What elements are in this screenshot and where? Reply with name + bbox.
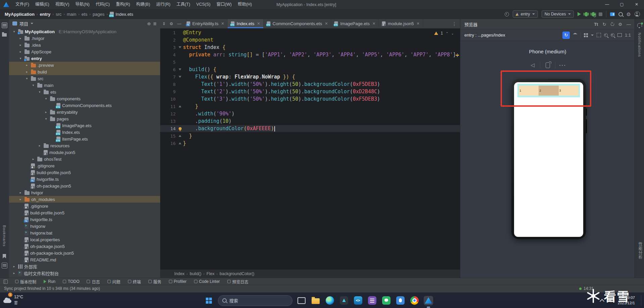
code-line-15[interactable]: 15 }: [160, 132, 460, 140]
tab-settings-gear-icon[interactable]: ⚙: [170, 21, 173, 26]
code-line-13[interactable]: 13 .padding(10): [160, 117, 460, 125]
more-tabs-icon[interactable]: ⋮: [449, 21, 460, 27]
taskbar-app-reader[interactable]: [367, 296, 377, 305]
settings-gear-icon[interactable]: ⚙: [627, 12, 631, 17]
tree-item-ItemPage.ets[interactable]: ETSItemPage.ets: [9, 136, 160, 142]
more-options-icon[interactable]: ···: [555, 62, 570, 68]
tree-item--[interactable]: ▸外部库: [9, 263, 160, 270]
tree-item-AppScope[interactable]: ▸AppScope: [9, 48, 160, 55]
tree-item-build-profile.json5[interactable]: @build-profile.json5: [9, 209, 160, 216]
tree-item-CommonComponents.ets[interactable]: ETSCommonComponents.ets: [9, 102, 160, 109]
inspection-widget[interactable]: 1 ⌃ ⌄: [434, 31, 454, 36]
tree-item-oh-package.json5[interactable]: @oh-package.json5: [9, 243, 160, 250]
chevron-expanded-icon[interactable]: ▾: [18, 57, 23, 60]
taskbar-search[interactable]: 搜索: [218, 295, 292, 306]
chevron-expanded-icon[interactable]: ▾: [12, 30, 16, 33]
tree-item-.gitignore[interactable]: ⊘.gitignore: [9, 162, 160, 169]
tree-item-oh_modules[interactable]: ▸oh_modules: [9, 196, 160, 203]
bookmark-icon[interactable]: [3, 254, 6, 258]
intention-bulb-icon[interactable]: [179, 127, 182, 130]
breadcrumb-item[interactable]: pages: [93, 12, 104, 17]
tool-window-button-problem[interactable]: 问题: [107, 279, 121, 285]
fit-screen-icon[interactable]: [617, 33, 622, 37]
chevron-expanded-icon[interactable]: ▾: [37, 90, 42, 94]
collapse-all-icon[interactable]: ≣: [153, 21, 157, 26]
chevron-collapsed-icon[interactable]: ▸: [31, 157, 36, 161]
chevron-collapsed-icon[interactable]: ▸: [18, 198, 23, 201]
chevron-collapsed-icon[interactable]: ▸: [18, 191, 23, 194]
taskbar-app-chrome[interactable]: [410, 296, 419, 305]
code-line-1[interactable]: 1@Entry: [160, 29, 460, 36]
chevron-expanded-icon[interactable]: ▾: [25, 77, 29, 80]
code-line-5[interactable]: 5: [160, 58, 460, 66]
tab-module.json5[interactable]: @module.json5✕: [379, 19, 423, 28]
tab-CommonComponents.ets[interactable]: ETSCommonComponents.ets✕: [264, 19, 331, 28]
close-icon[interactable]: ✕: [325, 21, 328, 26]
close-button[interactable]: ✕: [629, 0, 644, 9]
taskbar-app-explorer[interactable]: [311, 296, 320, 305]
chevron-collapsed-icon[interactable]: ▸: [18, 50, 23, 53]
tree-item-local.properties[interactable]: @local.properties: [9, 236, 160, 243]
tool-window-button-todo[interactable]: TODO: [63, 279, 79, 285]
tool-window-button-log[interactable]: 日志: [87, 279, 100, 285]
folder-tool-icon[interactable]: [2, 33, 7, 37]
tree-item-ohosTest[interactable]: ▸ohosTest: [9, 156, 160, 162]
taskbar-app-green-app[interactable]: [381, 296, 391, 305]
line-number[interactable]: 15: [160, 134, 177, 139]
chevron-collapsed-icon[interactable]: ▸: [25, 63, 29, 67]
breadcrumb-item[interactable]: ETSIndex.ets: [110, 12, 133, 17]
chevron-down-icon[interactable]: [591, 35, 594, 36]
chevron-expanded-icon[interactable]: ▾: [44, 97, 48, 100]
tree-item-pages[interactable]: ▾pages: [9, 115, 160, 122]
debug-restart-button[interactable]: [592, 12, 595, 16]
bookmarks-tool-button[interactable]: Bookmarks: [2, 225, 6, 247]
editor-breadcrumb-item[interactable]: build(): [190, 271, 201, 276]
tree-item-Index.ets[interactable]: ETSIndex.ets: [9, 129, 160, 136]
hide-panel-icon[interactable]: —: [627, 22, 631, 27]
code-line-8[interactable]: 8 Text('1').width('50%').height(50).back…: [160, 81, 460, 88]
chevron-expanded-icon[interactable]: ▾: [31, 84, 36, 87]
tree-item-components[interactable]: ▾components: [9, 95, 160, 102]
tool-window-button-terminal[interactable]: 终端: [128, 279, 141, 285]
tree-item-resources[interactable]: ▸resources: [9, 142, 160, 149]
tree-item-oh-package-lock.json5[interactable]: @oh-package-lock.json5: [9, 250, 160, 256]
locate-file-icon[interactable]: ⊕: [147, 21, 151, 26]
taskbar-app-dark-app[interactable]: [339, 296, 349, 305]
tree-item-src[interactable]: ▾src: [9, 75, 160, 82]
tree-item-ets[interactable]: ▾ets: [9, 89, 160, 95]
run-config-select[interactable]: entry: [513, 10, 538, 18]
chevron-collapsed-icon[interactable]: ▸: [12, 271, 16, 275]
fold-marker-icon[interactable]: [179, 135, 181, 137]
line-number[interactable]: 2: [160, 38, 177, 43]
menu-item[interactable]: 构建(B): [133, 0, 153, 9]
menu-item[interactable]: 导航(N): [72, 0, 92, 9]
menu-item[interactable]: 编辑(E): [32, 0, 52, 9]
chevron-collapsed-icon[interactable]: ▸: [37, 144, 42, 147]
tree-item-README.md[interactable]: MREADME.md: [9, 256, 160, 263]
back-icon[interactable]: ◁: [525, 62, 540, 68]
menu-item[interactable]: 运行(R): [153, 0, 173, 9]
project-panel-title[interactable]: 项目: [19, 20, 28, 27]
tree-item-.hvigor[interactable]: ▸.hvigor: [9, 35, 160, 42]
split-arrows-icon[interactable]: ⇕: [162, 21, 166, 26]
tool-window-switcher-icon[interactable]: [3, 279, 8, 284]
editor-breadcrumb-item[interactable]: backgroundColor(): [220, 271, 255, 276]
tree-item-build-profile.json5[interactable]: @build-profile.json5: [9, 169, 160, 176]
previewer-settings-gear-icon[interactable]: ⚙: [618, 22, 622, 27]
tree-item-entry[interactable]: ▾entry: [9, 55, 160, 62]
line-number[interactable]: 14: [160, 126, 177, 131]
fold-marker-icon[interactable]: [179, 46, 181, 48]
menu-item[interactable]: 重构(R): [113, 0, 133, 9]
inspect-frame-icon[interactable]: [597, 33, 601, 37]
code-line-4[interactable]: 4 private arr: string[] = ['APP1', 'APP2…: [160, 51, 460, 58]
fold-marker-icon[interactable]: [179, 142, 181, 144]
close-icon[interactable]: ✕: [257, 21, 260, 26]
tree-item-module.json5[interactable]: @module.json5: [9, 149, 160, 156]
tab-Index.ets[interactable]: ETSIndex.ets✕: [228, 19, 264, 28]
code-line-7[interactable]: 7 Flex({ wrap: FlexWrap.NoWrap }) {: [160, 73, 460, 81]
tree-item-MyApplication[interactable]: ▾MyApplicationE:\HarmonyOS\MyApplication: [9, 28, 160, 35]
breadcrumb-item[interactable]: ets: [82, 12, 87, 17]
taskbar-app-blue-app[interactable]: [396, 296, 405, 305]
menu-item[interactable]: 视图(V): [52, 0, 73, 9]
close-icon[interactable]: ✕: [372, 21, 375, 26]
